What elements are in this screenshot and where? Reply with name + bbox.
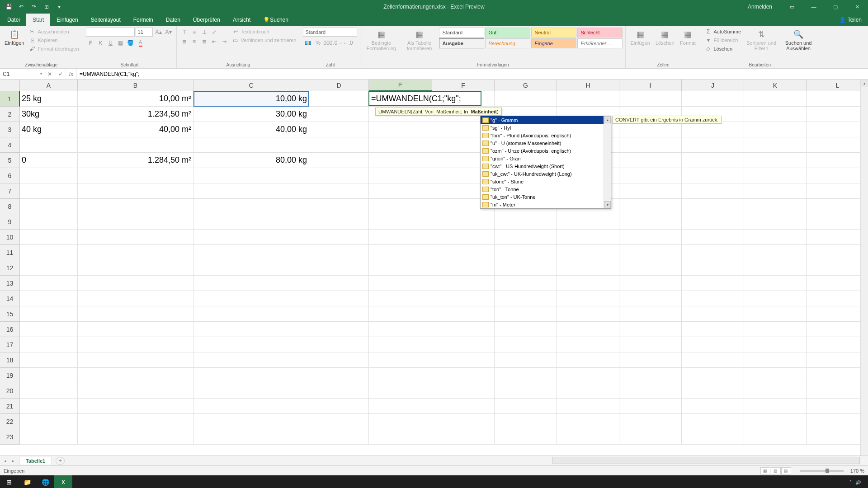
style-erklaerender[interactable]: Erklärender … <box>577 38 623 48</box>
cell[interactable] <box>744 429 807 445</box>
cell[interactable] <box>369 291 432 306</box>
cell[interactable] <box>682 183 744 199</box>
cell[interactable] <box>557 322 619 337</box>
autocomplete-item[interactable]: "sg" - Hyl <box>481 124 611 131</box>
cell[interactable] <box>807 199 868 214</box>
cell[interactable] <box>807 245 868 260</box>
cell[interactable] <box>619 153 682 168</box>
cell[interactable] <box>432 368 495 383</box>
decrease-decimal-icon[interactable]: ←.0 <box>343 38 353 47</box>
cell[interactable] <box>807 183 868 199</box>
cell[interactable] <box>682 260 744 276</box>
row-header[interactable]: 5 <box>0 153 20 168</box>
cell[interactable] <box>193 183 309 199</box>
cell[interactable] <box>432 260 495 276</box>
cell[interactable] <box>807 337 868 352</box>
cell[interactable] <box>744 122 807 137</box>
autocomplete-item[interactable]: "uk_cwt" - UK-Hundredweight (Long) <box>481 170 611 178</box>
cell[interactable] <box>682 214 744 230</box>
tell-me-search[interactable]: 💡 Suchen <box>257 14 295 26</box>
delete-cells-button[interactable]: ▦Löschen <box>654 28 676 47</box>
undo-icon[interactable]: ↶ <box>15 1 27 12</box>
cell[interactable] <box>619 291 682 306</box>
cell[interactable]: 10,00 m² <box>78 91 193 107</box>
cell[interactable] <box>744 199 807 214</box>
row-header[interactable]: 9 <box>0 214 20 230</box>
align-left-icon[interactable]: ≣ <box>179 37 189 46</box>
autocomplete-item[interactable]: "stone" - Stone <box>481 178 611 185</box>
cell[interactable] <box>20 352 78 368</box>
fill-button[interactable]: ▾Füllbereich <box>704 36 742 44</box>
cell[interactable] <box>432 306 495 322</box>
align-bottom-icon[interactable]: ⊥ <box>199 28 209 37</box>
row-header[interactable]: 1 <box>0 91 20 107</box>
cell[interactable] <box>432 337 495 352</box>
cell[interactable] <box>369 399 432 414</box>
normal-view-icon[interactable]: ▦ <box>760 467 770 474</box>
cell[interactable] <box>744 168 807 183</box>
cell[interactable] <box>619 137 682 153</box>
style-standard[interactable]: Standard <box>439 28 484 38</box>
cell-styles-gallery[interactable]: Standard Gut Neutral Schlecht Ausgabe Be… <box>439 28 623 48</box>
select-all-corner[interactable] <box>0 80 20 91</box>
cell[interactable] <box>78 214 193 230</box>
style-neutral[interactable]: Neutral <box>531 28 576 38</box>
column-header[interactable]: L <box>807 80 868 91</box>
cell[interactable] <box>495 368 557 383</box>
cell[interactable] <box>807 322 868 337</box>
cell[interactable] <box>557 230 619 245</box>
cell[interactable] <box>78 260 193 276</box>
cell[interactable] <box>682 306 744 322</box>
column-header[interactable]: K <box>744 80 807 91</box>
cell[interactable] <box>20 337 78 352</box>
cell[interactable] <box>369 352 432 368</box>
cell[interactable] <box>20 214 78 230</box>
cell[interactable] <box>619 183 682 199</box>
cell[interactable] <box>369 337 432 352</box>
cell[interactable] <box>193 383 309 399</box>
align-middle-icon[interactable]: ≡ <box>189 28 199 37</box>
row-header[interactable]: 22 <box>0 414 20 429</box>
cell[interactable] <box>20 399 78 414</box>
cell[interactable] <box>309 414 369 429</box>
cell[interactable] <box>744 137 807 153</box>
cell[interactable]: 1.284,50 m² <box>78 153 193 168</box>
cell[interactable] <box>369 199 432 214</box>
cell[interactable] <box>20 168 78 183</box>
cell[interactable] <box>807 230 868 245</box>
cell[interactable] <box>369 276 432 291</box>
cell[interactable] <box>78 168 193 183</box>
cell[interactable] <box>744 260 807 276</box>
cell[interactable] <box>807 168 868 183</box>
vertical-scrollbar[interactable]: ▴ <box>860 80 868 455</box>
cell[interactable] <box>619 352 682 368</box>
cell[interactable] <box>20 368 78 383</box>
align-right-icon[interactable]: ≣ <box>199 37 209 46</box>
cell[interactable] <box>495 429 557 445</box>
cell[interactable] <box>78 399 193 414</box>
column-header[interactable]: D <box>309 80 369 91</box>
cell[interactable] <box>193 322 309 337</box>
cell[interactable] <box>369 168 432 183</box>
cell[interactable] <box>495 291 557 306</box>
cell[interactable] <box>682 276 744 291</box>
autocomplete-item[interactable]: "m" - Meter <box>481 201 611 208</box>
row-header[interactable]: 18 <box>0 352 20 368</box>
maximize-icon[interactable]: ▢ <box>826 0 845 14</box>
cell[interactable] <box>619 245 682 260</box>
cell[interactable] <box>369 383 432 399</box>
cell[interactable] <box>682 245 744 260</box>
cell[interactable]: 40,00 m² <box>78 122 193 137</box>
cell[interactable] <box>193 199 309 214</box>
cell[interactable] <box>807 260 868 276</box>
cell[interactable] <box>432 276 495 291</box>
cell[interactable] <box>619 383 682 399</box>
cell[interactable] <box>807 137 868 153</box>
cell[interactable] <box>20 383 78 399</box>
system-tray[interactable]: ˄ 🔊 <box>849 480 868 485</box>
cell[interactable] <box>744 183 807 199</box>
column-header[interactable]: J <box>682 80 744 91</box>
cell[interactable] <box>432 245 495 260</box>
name-box[interactable]: C1 <box>0 69 44 79</box>
row-header[interactable]: 17 <box>0 337 20 352</box>
